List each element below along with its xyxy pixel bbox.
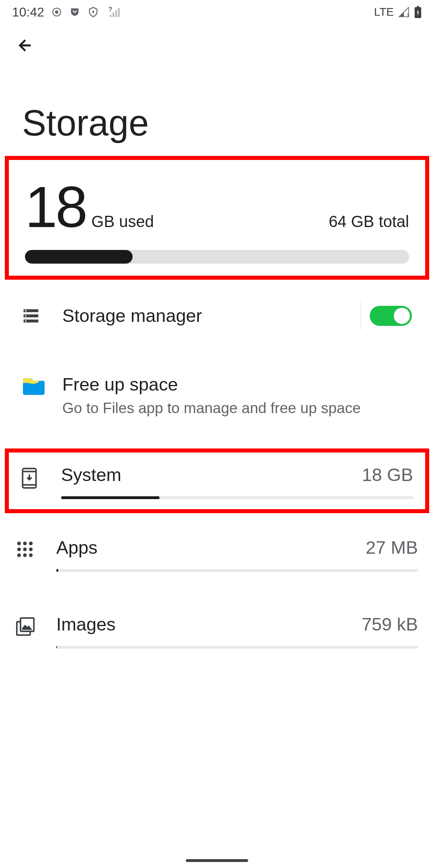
signal-icon: 1 xyxy=(398,6,410,18)
battery-charging-icon xyxy=(414,6,422,18)
apps-grid-icon xyxy=(16,540,34,558)
svg-text:?: ? xyxy=(108,6,113,13)
status-bar: 10:42 ? xyxy=(0,0,434,24)
svg-text:1: 1 xyxy=(407,12,409,18)
storage-manager-label: Storage manager xyxy=(62,305,360,326)
svg-point-15 xyxy=(25,315,27,317)
svg-point-14 xyxy=(25,310,27,311)
category-system[interactable]: System 18 GB xyxy=(9,452,425,509)
svg-rect-6 xyxy=(115,10,117,17)
divider xyxy=(360,302,361,330)
free-up-title: Free up space xyxy=(62,374,412,395)
storage-manager-toggle[interactable] xyxy=(370,306,412,326)
svg-point-16 xyxy=(25,320,27,322)
category-apps[interactable]: Apps 27 MB xyxy=(0,525,434,582)
usage-number: 18 xyxy=(25,178,86,236)
category-name: Apps xyxy=(56,537,98,558)
svg-rect-10 xyxy=(417,6,419,8)
highlight-system: System 18 GB xyxy=(5,448,429,513)
usage-progress-bar xyxy=(25,250,409,264)
svg-point-28 xyxy=(29,553,33,557)
shield-icon xyxy=(88,6,99,18)
svg-point-1 xyxy=(55,11,58,14)
svg-point-21 xyxy=(23,542,27,545)
category-value: 27 MB xyxy=(366,537,418,558)
pocket-icon xyxy=(69,6,80,18)
storage-icon xyxy=(22,307,40,325)
svg-point-22 xyxy=(29,542,33,545)
svg-point-25 xyxy=(29,547,33,551)
highlight-usage: 18 GB used 64 GB total xyxy=(5,156,429,280)
svg-point-2 xyxy=(93,11,94,12)
network-type: LTE xyxy=(374,6,394,18)
category-progress xyxy=(61,496,413,499)
arrow-left-icon xyxy=(16,36,35,55)
signal-question-icon: ? xyxy=(106,6,120,18)
svg-rect-5 xyxy=(113,12,115,17)
category-progress xyxy=(56,569,418,572)
category-progress xyxy=(56,646,418,649)
phone-download-icon xyxy=(21,468,38,489)
record-icon xyxy=(51,7,62,17)
svg-point-26 xyxy=(17,553,21,557)
svg-rect-7 xyxy=(118,8,120,17)
status-time: 10:42 xyxy=(12,5,44,20)
svg-rect-4 xyxy=(110,15,112,17)
storage-manager-row[interactable]: Storage manager xyxy=(0,288,434,344)
category-name: System xyxy=(61,465,121,485)
free-up-subtitle: Go to Files app to manage and free up sp… xyxy=(62,398,412,418)
svg-point-24 xyxy=(23,547,27,551)
svg-point-20 xyxy=(17,542,21,545)
svg-point-23 xyxy=(17,547,21,551)
page-title: Storage xyxy=(0,80,434,156)
free-up-space-row[interactable]: Free up space Go to Files app to manage … xyxy=(0,356,434,436)
back-button[interactable] xyxy=(0,24,434,68)
category-images[interactable]: Images 759 kB xyxy=(0,602,434,659)
category-name: Images xyxy=(56,614,116,635)
usage-total-label: 64 GB total xyxy=(329,213,409,231)
category-value: 18 GB xyxy=(362,465,413,485)
storage-usage-card: 18 GB used 64 GB total xyxy=(9,160,425,276)
folder-icon xyxy=(22,377,45,396)
usage-used-label: GB used xyxy=(91,213,154,231)
svg-point-27 xyxy=(23,553,27,557)
nav-indicator[interactable] xyxy=(186,859,248,862)
images-icon xyxy=(16,617,35,637)
category-value: 759 kB xyxy=(362,614,418,635)
